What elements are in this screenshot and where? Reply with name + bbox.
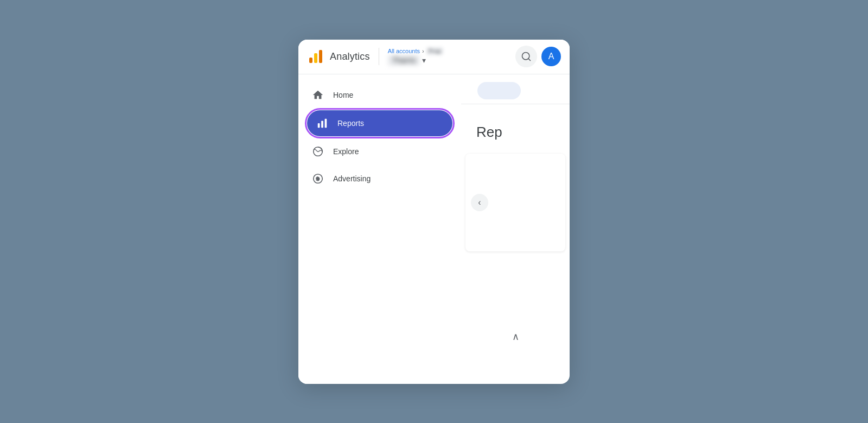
header-right: A bbox=[515, 46, 561, 67]
sidebar-item-home[interactable]: Home bbox=[298, 82, 461, 108]
body-area: Home Reports bbox=[298, 74, 570, 384]
user-avatar-button[interactable]: A bbox=[541, 47, 561, 66]
content-card: ‹ bbox=[465, 154, 565, 251]
analytics-logo-icon bbox=[307, 48, 324, 65]
sidebar-reports-label: Reports bbox=[337, 119, 364, 128]
sidebar-item-advertising[interactable]: Advertising bbox=[298, 166, 461, 192]
collapse-left-button[interactable]: ‹ bbox=[471, 194, 488, 211]
account-area: All accounts › Prop Tharris ▾ bbox=[379, 47, 515, 66]
sidebar-advertising-label: Advertising bbox=[333, 174, 371, 183]
search-button[interactable] bbox=[515, 46, 537, 67]
blue-pill-decoration bbox=[477, 82, 521, 99]
home-icon bbox=[311, 89, 324, 102]
sidebar-item-explore[interactable]: Explore bbox=[298, 138, 461, 165]
logo-area: Analytics bbox=[307, 48, 379, 65]
collapse-left-icon: ‹ bbox=[478, 198, 481, 207]
app-header: Analytics All accounts › Prop Tharris ▾ … bbox=[298, 40, 570, 74]
collapse-up-bottom[interactable]: ∧ bbox=[461, 322, 570, 351]
breadcrumb-all-accounts[interactable]: All accounts bbox=[388, 48, 420, 54]
svg-rect-2 bbox=[319, 50, 322, 63]
sidebar-explore-label: Explore bbox=[333, 147, 359, 156]
svg-rect-1 bbox=[314, 53, 317, 63]
breadcrumb: All accounts › Prop bbox=[388, 47, 515, 55]
app-window: Analytics All accounts › Prop Tharris ▾ … bbox=[298, 40, 570, 384]
search-icon bbox=[521, 51, 532, 62]
advertising-icon bbox=[311, 172, 324, 185]
svg-rect-7 bbox=[325, 118, 327, 128]
account-dropdown-arrow: ▾ bbox=[422, 56, 426, 65]
breadcrumb-chevron: › bbox=[422, 48, 424, 54]
app-title: Analytics bbox=[330, 51, 370, 62]
svg-point-10 bbox=[317, 177, 320, 180]
account-selector[interactable]: Tharris ▾ bbox=[388, 55, 515, 66]
account-name: Tharris bbox=[388, 55, 420, 66]
breadcrumb-property: Prop bbox=[426, 47, 443, 55]
bar-chart-icon bbox=[316, 117, 329, 130]
sidebar-item-reports[interactable]: Reports bbox=[307, 110, 452, 136]
svg-rect-5 bbox=[318, 123, 320, 128]
sidebar: Home Reports bbox=[298, 74, 461, 384]
chevron-up-icon-bottom: ∧ bbox=[512, 331, 519, 343]
content-title: Rep bbox=[468, 113, 563, 141]
explore-icon bbox=[311, 145, 324, 158]
svg-rect-6 bbox=[321, 121, 323, 128]
avatar-letter: A bbox=[548, 52, 554, 61]
main-content: Rep bbox=[461, 104, 570, 149]
svg-rect-0 bbox=[309, 58, 312, 63]
svg-line-4 bbox=[528, 59, 531, 61]
content-area: ∧ Rep ‹ ∧ bbox=[461, 74, 570, 384]
sidebar-home-label: Home bbox=[333, 91, 353, 99]
